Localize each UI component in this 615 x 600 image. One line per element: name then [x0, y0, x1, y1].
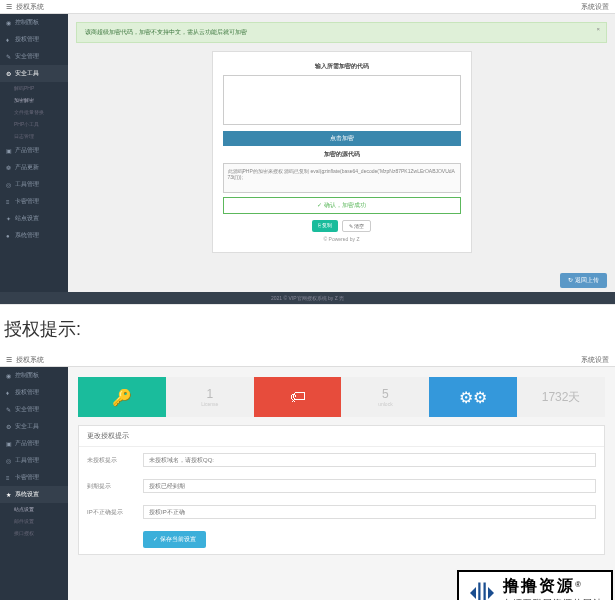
watermark: 撸撸资源® 白嫖互联网资源的网站 [457, 570, 613, 600]
sidebar-label: 安全工具 [15, 422, 39, 431]
stat-tag-icon: 🏷 [254, 377, 342, 417]
expired-input[interactable] [143, 479, 596, 493]
sidebar-item-dashboard[interactable]: ◉控制面板 [0, 367, 68, 384]
sidebar-label: 安全管理 [15, 52, 39, 61]
sidebar-label: 安全管理 [15, 405, 39, 414]
verify-button[interactable]: ✓ 确认，加密成功 [223, 197, 461, 214]
code-input[interactable] [223, 75, 461, 125]
sidebar-label: 授权管理 [15, 35, 39, 44]
result-output[interactable]: 此源码PHP的加密来授权 源码已复制 eval(gzinflate(base64… [223, 163, 461, 193]
clear-button[interactable]: ✎ 清空 [342, 220, 371, 232]
stat-gear-icon: ⚙⚙ [429, 377, 517, 417]
sidebar-label: 产品管理 [15, 439, 39, 448]
stat-num: 1732天 [542, 389, 581, 406]
sidebar-label: 控制面板 [15, 18, 39, 27]
sidebar-label: 系统管理 [15, 231, 39, 240]
dashboard-icon: ◉ [6, 19, 12, 26]
sidebar-item-tool2[interactable]: ◎工具管理 [0, 176, 68, 193]
powered-by: © Powered by Z [223, 236, 461, 242]
sidebar-label: 站点设置 [15, 214, 39, 223]
sidebar-item-dashboard[interactable]: ◉控制面板 [0, 14, 68, 31]
form-label: IP不正确提示 [87, 508, 143, 517]
result-label: 加密的源代码 [223, 150, 461, 159]
form-panel: 更改授权提示 未授权提示 到期提示 IP不正确提示 ✓ 保存当前设置 [78, 425, 605, 555]
sidebar-item-product[interactable]: ▣产品管理 [0, 142, 68, 159]
stat-num: 5 [382, 387, 389, 401]
sidebar-label: 产品管理 [15, 146, 39, 155]
sidebar-item-card[interactable]: ≡卡密管理 [0, 193, 68, 210]
sidebar-label: 控制面板 [15, 371, 39, 380]
auth-icon: ♦ [6, 390, 12, 396]
sidebar-item-product[interactable]: ▣产品管理 [0, 435, 68, 452]
sidebar-item-auth[interactable]: ♦授权管理 [0, 31, 68, 48]
tools-icon: ⚙ [6, 423, 12, 430]
form-label: 到期提示 [87, 482, 143, 491]
svg-rect-0 [478, 583, 480, 601]
watermark-brand: 撸撸资源 [503, 577, 575, 594]
sidebar-label: 卡密管理 [15, 473, 39, 482]
sidebar-item-tools[interactable]: ⚙安全工具 [0, 65, 68, 82]
sidebar-item-settings[interactable]: ★系统设置 [0, 486, 68, 503]
encrypt-button[interactable]: 点击加密 [223, 131, 461, 146]
ip-input[interactable] [143, 505, 596, 519]
form-heading: 更改授权提示 [79, 426, 604, 447]
sidebar-sub-phptool[interactable]: PHP小工具 [0, 118, 68, 130]
sidebar-item-tools[interactable]: ⚙安全工具 [0, 418, 68, 435]
card-icon: ≡ [6, 199, 12, 205]
sidebar-label: 卡密管理 [15, 197, 39, 206]
dashboard-icon: ◉ [6, 372, 12, 379]
app-title: 授权系统 [16, 2, 44, 12]
sidebar-item-security[interactable]: ✎安全管理 [0, 401, 68, 418]
security-icon: ✎ [6, 406, 12, 413]
sidebar-sub-decode[interactable]: 解码PHP [0, 82, 68, 94]
unauth-input[interactable] [143, 453, 596, 467]
sidebar-label: 授权管理 [15, 388, 39, 397]
site-icon: ✦ [6, 215, 12, 222]
menu-icon[interactable]: ☰ [6, 356, 12, 364]
menu-icon[interactable]: ☰ [6, 3, 12, 11]
tools-icon: ⚙ [6, 70, 12, 77]
alert-success: 该商超级加密代码，加密不支持中文，需从云功能后就可加密 × [76, 22, 607, 43]
topbar-right[interactable]: 系统设置 [581, 2, 609, 12]
stat-key-icon: 🔑 [78, 377, 166, 417]
system-icon: ● [6, 233, 12, 239]
stat-label: License [201, 401, 218, 407]
sidebar-item-update[interactable]: ❁产品更新 [0, 159, 68, 176]
sidebar-label: 系统设置 [15, 490, 39, 499]
save-button[interactable]: ✓ 保存当前设置 [143, 531, 206, 548]
form-row: 未授权提示 [79, 447, 604, 473]
sidebar-sub-api[interactable]: 接口授权 [0, 527, 68, 539]
topbar: ☰ 授权系统 系统设置 [0, 353, 615, 367]
sidebar: ◉控制面板 ♦授权管理 ✎安全管理 ⚙安全工具 ▣产品管理 ◎工具管理 ≡卡密管… [0, 367, 68, 600]
stat-days: 1732天 [517, 377, 605, 417]
sidebar-item-system[interactable]: ●系统管理 [0, 227, 68, 244]
form-row: 到期提示 [79, 473, 604, 499]
close-icon[interactable]: × [596, 26, 600, 32]
sidebar-sub-log[interactable]: 日志管理 [0, 130, 68, 142]
copy-button[interactable]: ⎘ 复制 [312, 220, 338, 232]
product-icon: ▣ [6, 147, 12, 154]
sidebar-label: 安全工具 [15, 69, 39, 78]
update-icon: ❁ [6, 164, 12, 171]
sidebar-item-auth[interactable]: ♦授权管理 [0, 384, 68, 401]
card-icon: ≡ [6, 475, 12, 481]
sidebar-sub-encrypt[interactable]: 加密解密 [0, 94, 68, 106]
sidebar-label: 工具管理 [15, 456, 39, 465]
sidebar-item-site[interactable]: ✦站点设置 [0, 210, 68, 227]
encrypt-panel: 输入所需加密的代码 点击加密 加密的源代码 此源码PHP的加密来授权 源码已复制… [212, 51, 472, 253]
settings-icon: ★ [6, 491, 12, 498]
stat-label: unlock [378, 401, 392, 407]
input-label: 输入所需加密的代码 [223, 62, 461, 71]
sidebar-item-security[interactable]: ✎安全管理 [0, 48, 68, 65]
sidebar-sub-replace[interactable]: 文件批量替换 [0, 106, 68, 118]
sidebar-item-tool2[interactable]: ◎工具管理 [0, 452, 68, 469]
product-icon: ▣ [6, 440, 12, 447]
stat-license: 1License [166, 377, 254, 417]
registered-icon: ® [575, 580, 581, 589]
form-label: 未授权提示 [87, 456, 143, 465]
go-top-button[interactable]: ↻ 返回上传 [560, 273, 607, 288]
topbar-right[interactable]: 系统设置 [581, 355, 609, 365]
sidebar-sub-site[interactable]: 站点设置 [0, 503, 68, 515]
sidebar-sub-mail[interactable]: 邮件设置 [0, 515, 68, 527]
sidebar-item-card[interactable]: ≡卡密管理 [0, 469, 68, 486]
